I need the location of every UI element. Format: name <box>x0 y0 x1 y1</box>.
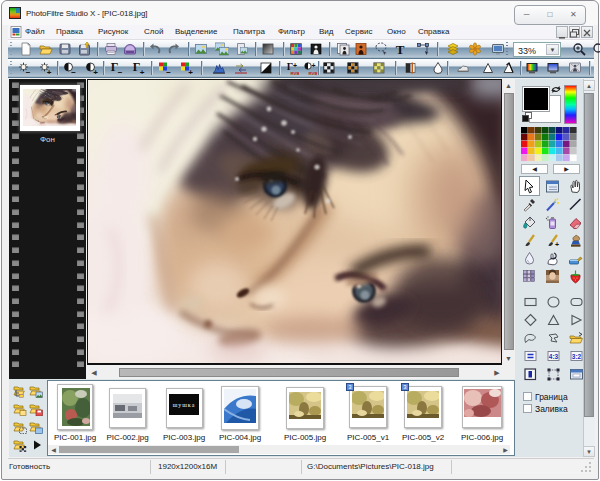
svg-text:+: + <box>47 68 52 76</box>
svg-text:−: − <box>71 68 76 76</box>
svg-text:+: + <box>93 68 98 76</box>
svg-text:3:2: 3:2 <box>572 353 582 360</box>
svg-text:+: + <box>311 62 315 69</box>
svg-text:RVB: RVB <box>290 71 299 75</box>
svg-text:−: − <box>26 68 31 76</box>
svg-text:−: − <box>166 68 171 76</box>
svg-text:RVB: RVB <box>308 71 317 75</box>
svg-text:−: − <box>118 68 123 76</box>
svg-text:+: + <box>555 241 559 248</box>
svg-text:4:3: 4:3 <box>549 353 559 360</box>
svg-text:+: + <box>188 68 193 76</box>
svg-text:T: T <box>396 42 405 56</box>
svg-text:+: + <box>293 62 297 69</box>
svg-text:+: + <box>140 68 145 76</box>
svg-text:шушка: шушка <box>173 402 196 408</box>
